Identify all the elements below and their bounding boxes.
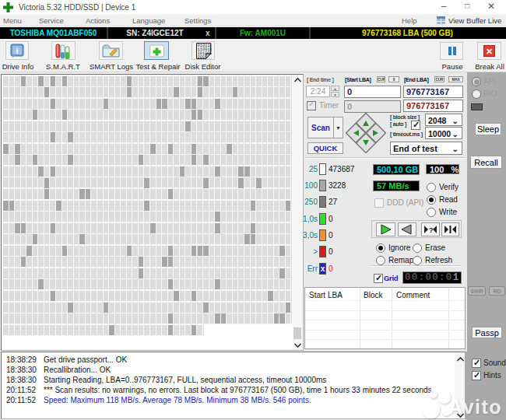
svg-text:i: i — [16, 46, 18, 55]
svg-text:000: 000 — [198, 55, 206, 60]
svg-text:?: ? — [429, 226, 434, 234]
